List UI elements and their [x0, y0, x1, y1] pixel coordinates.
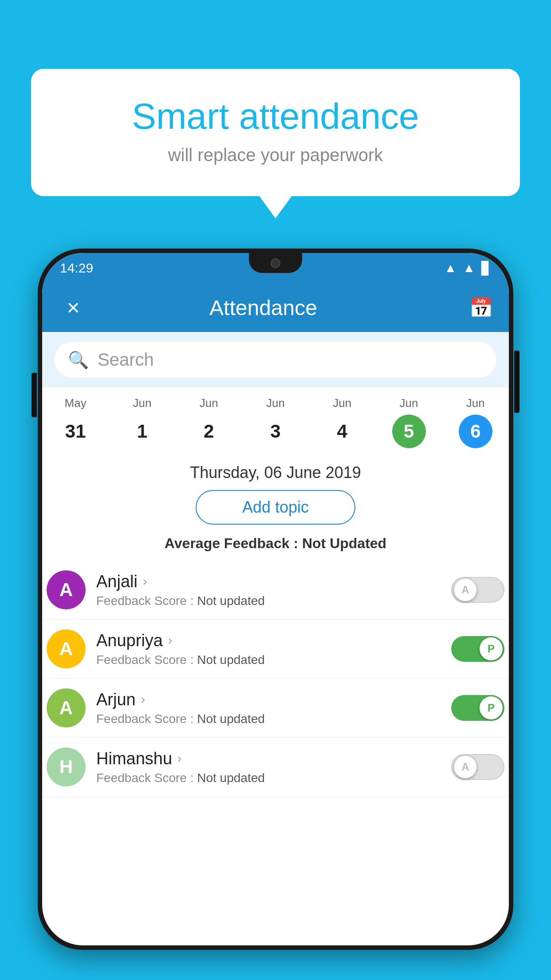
- phone-screen: 14:29 ▲ ▲ ▊ × Attendance 📅 🔍 Search: [42, 253, 509, 945]
- app-bar-title: Attendance: [58, 296, 469, 320]
- search-bar-container: 🔍 Search: [42, 332, 509, 387]
- calendar-strip: May 31 Jun 1 Jun 2 Jun 3 Jun 4 Jun 5 Jun…: [42, 387, 509, 453]
- phone-notch: [249, 253, 302, 273]
- phone-container: 14:29 ▲ ▲ ▊ × Attendance 📅 🔍 Search: [38, 249, 513, 980]
- student-row[interactable]: H Himanshu › Feedback Score : Not update…: [42, 738, 509, 797]
- cal-month: Jun: [442, 396, 509, 410]
- power-button: [514, 351, 520, 413]
- student-name: Arjun ›: [96, 690, 451, 709]
- toggle-knob: A: [454, 755, 477, 778]
- student-row[interactable]: A Anjali › Feedback Score : Not updated …: [42, 561, 509, 620]
- student-avatar: H: [47, 747, 86, 786]
- app-bar: × Attendance 📅: [42, 283, 509, 332]
- cal-date: 1: [125, 415, 159, 448]
- chevron-right-icon: ›: [177, 751, 181, 766]
- toggle-knob: P: [480, 696, 503, 719]
- calendar-day[interactable]: Jun 3: [242, 396, 309, 448]
- toggle-knob: P: [480, 637, 503, 660]
- search-icon: 🔍: [68, 350, 89, 370]
- attendance-toggle[interactable]: P: [451, 695, 504, 721]
- student-avatar: A: [47, 629, 86, 668]
- student-info: Anupriya › Feedback Score : Not updated: [86, 631, 451, 667]
- cal-date: 31: [59, 415, 92, 448]
- cal-date: 4: [325, 415, 359, 448]
- add-topic-button[interactable]: Add topic: [196, 490, 355, 525]
- student-row[interactable]: A Anupriya › Feedback Score : Not update…: [42, 620, 509, 679]
- calendar-day[interactable]: Jun 1: [109, 396, 175, 448]
- student-info: Himanshu › Feedback Score : Not updated: [86, 749, 451, 785]
- phone-outer: 14:29 ▲ ▲ ▊ × Attendance 📅 🔍 Search: [38, 249, 513, 950]
- cal-month: Jun: [242, 396, 309, 410]
- speech-bubble-container: Smart attendance will replace your paper…: [31, 69, 520, 196]
- calendar-day[interactable]: Jun 6: [442, 396, 509, 448]
- student-feedback: Feedback Score : Not updated: [96, 771, 451, 785]
- status-icons: ▲ ▲ ▊: [445, 261, 491, 276]
- calendar-day[interactable]: Jun 4: [309, 396, 375, 448]
- attendance-toggle[interactable]: A: [451, 754, 504, 780]
- selected-date: Thursday, 06 June 2019: [55, 453, 496, 490]
- calendar-day[interactable]: May 31: [42, 396, 109, 448]
- student-info: Anjali › Feedback Score : Not updated: [86, 572, 451, 608]
- cal-date: 6: [459, 415, 492, 448]
- calendar-day[interactable]: Jun 2: [176, 396, 242, 448]
- status-time: 14:29: [60, 261, 93, 276]
- chevron-right-icon: ›: [141, 692, 145, 707]
- front-camera: [271, 258, 280, 268]
- cal-date: 3: [259, 415, 292, 448]
- attendance-toggle[interactable]: P: [451, 636, 504, 662]
- cal-month: May: [42, 396, 109, 410]
- speech-bubble: Smart attendance will replace your paper…: [31, 69, 520, 196]
- battery-icon: ▊: [481, 261, 491, 276]
- student-name: Anupriya ›: [96, 631, 451, 650]
- cal-date: 5: [392, 415, 426, 448]
- student-info: Arjun › Feedback Score : Not updated: [86, 690, 451, 726]
- volume-button: [31, 373, 37, 417]
- student-name: Himanshu ›: [96, 749, 451, 768]
- toggle-knob: A: [454, 578, 477, 601]
- cal-month: Jun: [109, 396, 175, 410]
- student-avatar: A: [47, 688, 86, 727]
- speech-bubble-subtitle: will replace your paperwork: [67, 145, 484, 165]
- cal-month: Jun: [176, 396, 242, 410]
- speech-bubble-title: Smart attendance: [67, 95, 484, 137]
- student-feedback: Feedback Score : Not updated: [96, 653, 451, 667]
- search-placeholder: Search: [98, 350, 154, 370]
- signal-icon: ▲: [463, 261, 475, 275]
- student-avatar: A: [47, 570, 86, 609]
- wifi-icon: ▲: [445, 261, 457, 275]
- student-feedback: Feedback Score : Not updated: [96, 712, 451, 726]
- student-row[interactable]: A Arjun › Feedback Score : Not updated P: [42, 679, 509, 738]
- content-area: Thursday, 06 June 2019 Add topic Average…: [42, 453, 509, 552]
- calendar-day[interactable]: Jun 5: [375, 396, 442, 448]
- cal-month: Jun: [375, 396, 442, 410]
- avg-feedback: Average Feedback : Not Updated: [55, 535, 496, 552]
- chevron-right-icon: ›: [168, 633, 172, 648]
- student-name: Anjali ›: [96, 572, 451, 591]
- search-bar[interactable]: 🔍 Search: [55, 342, 496, 378]
- student-feedback: Feedback Score : Not updated: [96, 594, 451, 608]
- attendance-toggle[interactable]: A: [451, 577, 504, 603]
- student-list: A Anjali › Feedback Score : Not updated …: [42, 561, 509, 797]
- cal-month: Jun: [309, 396, 375, 410]
- chevron-right-icon: ›: [143, 574, 147, 589]
- calendar-icon[interactable]: 📅: [469, 296, 493, 319]
- cal-date: 2: [192, 415, 226, 448]
